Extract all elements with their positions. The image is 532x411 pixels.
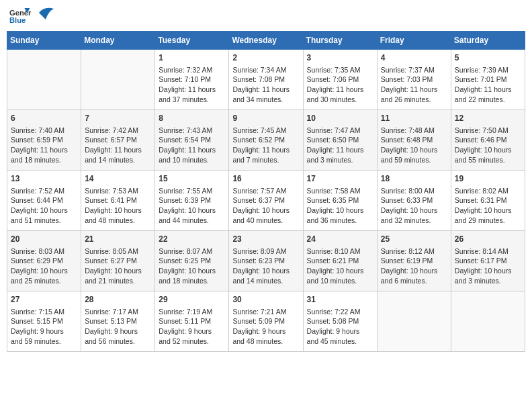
day-detail: Sunrise: 8:05 AM Sunset: 6:27 PM Dayligh… <box>85 246 151 286</box>
day-number: 29 <box>159 294 225 306</box>
day-detail: Sunrise: 7:21 AM Sunset: 5:09 PM Dayligh… <box>232 307 299 347</box>
day-detail: Sunrise: 8:02 AM Sunset: 6:31 PM Dayligh… <box>455 186 521 226</box>
day-detail: Sunrise: 7:52 AM Sunset: 6:44 PM Dayligh… <box>11 186 77 226</box>
day-detail: Sunrise: 7:43 AM Sunset: 6:54 PM Dayligh… <box>159 126 225 165</box>
calendar-day-cell: 9Sunrise: 7:45 AM Sunset: 6:52 PM Daylig… <box>229 110 303 171</box>
calendar-day-cell: 21Sunrise: 8:05 AM Sunset: 6:27 PM Dayli… <box>81 231 155 291</box>
calendar-day-cell: 22Sunrise: 8:07 AM Sunset: 6:25 PM Dayli… <box>155 231 229 291</box>
day-detail: Sunrise: 7:53 AM Sunset: 6:41 PM Dayligh… <box>85 186 151 226</box>
day-detail: Sunrise: 7:58 AM Sunset: 6:35 PM Dayligh… <box>307 186 373 226</box>
day-number: 3 <box>307 52 373 64</box>
day-of-week-header: Saturday <box>451 32 525 50</box>
calendar-day-cell: 25Sunrise: 8:12 AM Sunset: 6:19 PM Dayli… <box>377 231 451 291</box>
logo-wing-icon <box>39 6 54 19</box>
day-number: 24 <box>307 234 373 245</box>
calendar-day-cell: 19Sunrise: 8:02 AM Sunset: 6:31 PM Dayli… <box>451 171 525 231</box>
day-detail: Sunrise: 7:55 AM Sunset: 6:39 PM Dayligh… <box>159 186 225 226</box>
day-number: 10 <box>307 113 373 124</box>
calendar-day-cell: 30Sunrise: 7:21 AM Sunset: 5:09 PM Dayli… <box>229 291 303 352</box>
day-number: 25 <box>381 234 447 245</box>
logo-icon: General Blue <box>9 7 31 26</box>
day-number: 27 <box>11 294 77 306</box>
calendar-day-cell: 1Sunrise: 7:32 AM Sunset: 7:10 PM Daylig… <box>155 50 229 110</box>
day-number: 16 <box>232 173 299 185</box>
calendar-day-cell <box>7 50 81 110</box>
day-of-week-header: Wednesday <box>229 32 303 50</box>
calendar-day-cell: 27Sunrise: 7:15 AM Sunset: 5:15 PM Dayli… <box>7 291 81 352</box>
day-detail: Sunrise: 7:48 AM Sunset: 6:48 PM Dayligh… <box>381 126 447 165</box>
calendar-week-row: 27Sunrise: 7:15 AM Sunset: 5:15 PM Dayli… <box>7 291 525 352</box>
day-detail: Sunrise: 7:34 AM Sunset: 7:08 PM Dayligh… <box>232 65 299 105</box>
calendar-day-cell: 24Sunrise: 8:10 AM Sunset: 6:21 PM Dayli… <box>303 231 377 291</box>
day-detail: Sunrise: 7:35 AM Sunset: 7:06 PM Dayligh… <box>307 65 373 105</box>
logo: General Blue <box>9 7 54 26</box>
day-detail: Sunrise: 7:50 AM Sunset: 6:46 PM Dayligh… <box>455 126 521 165</box>
day-number: 7 <box>85 113 151 124</box>
day-detail: Sunrise: 8:09 AM Sunset: 6:23 PM Dayligh… <box>232 246 299 286</box>
calendar-week-row: 1Sunrise: 7:32 AM Sunset: 7:10 PM Daylig… <box>7 50 525 110</box>
day-number: 19 <box>455 173 521 185</box>
calendar-week-row: 6Sunrise: 7:40 AM Sunset: 6:59 PM Daylig… <box>7 110 525 171</box>
day-number: 17 <box>307 173 373 185</box>
day-detail: Sunrise: 7:42 AM Sunset: 6:57 PM Dayligh… <box>85 126 151 165</box>
calendar-day-cell: 16Sunrise: 7:57 AM Sunset: 6:37 PM Dayli… <box>229 171 303 231</box>
day-number: 22 <box>159 234 225 245</box>
day-detail: Sunrise: 8:00 AM Sunset: 6:33 PM Dayligh… <box>381 186 447 226</box>
calendar-day-cell: 23Sunrise: 8:09 AM Sunset: 6:23 PM Dayli… <box>229 231 303 291</box>
day-number: 20 <box>11 234 77 245</box>
svg-text:Blue: Blue <box>9 16 26 24</box>
calendar-day-cell: 31Sunrise: 7:22 AM Sunset: 5:08 PM Dayli… <box>303 291 377 352</box>
calendar-table: SundayMondayTuesdayWednesdayThursdayFrid… <box>7 31 525 352</box>
calendar-day-cell: 17Sunrise: 7:58 AM Sunset: 6:35 PM Dayli… <box>303 171 377 231</box>
calendar-day-cell: 3Sunrise: 7:35 AM Sunset: 7:06 PM Daylig… <box>303 50 377 110</box>
day-number: 26 <box>455 234 521 245</box>
calendar-day-cell: 20Sunrise: 8:03 AM Sunset: 6:29 PM Dayli… <box>7 231 81 291</box>
day-detail: Sunrise: 8:10 AM Sunset: 6:21 PM Dayligh… <box>307 246 373 286</box>
day-number: 23 <box>232 234 299 245</box>
day-number: 21 <box>85 234 151 245</box>
day-of-week-header: Sunday <box>7 32 81 50</box>
calendar-day-cell <box>81 50 155 110</box>
day-detail: Sunrise: 8:14 AM Sunset: 6:17 PM Dayligh… <box>455 246 521 286</box>
calendar-day-cell: 6Sunrise: 7:40 AM Sunset: 6:59 PM Daylig… <box>7 110 81 171</box>
day-number: 6 <box>11 113 77 124</box>
day-detail: Sunrise: 8:03 AM Sunset: 6:29 PM Dayligh… <box>11 246 77 286</box>
day-number: 2 <box>232 52 299 64</box>
day-detail: Sunrise: 7:19 AM Sunset: 5:11 PM Dayligh… <box>159 307 225 347</box>
day-detail: Sunrise: 7:40 AM Sunset: 6:59 PM Dayligh… <box>11 126 77 165</box>
calendar-day-cell: 5Sunrise: 7:39 AM Sunset: 7:01 PM Daylig… <box>451 50 525 110</box>
calendar-day-cell: 4Sunrise: 7:37 AM Sunset: 7:03 PM Daylig… <box>377 50 451 110</box>
calendar-day-cell <box>377 291 451 352</box>
day-number: 28 <box>85 294 151 306</box>
day-detail: Sunrise: 7:22 AM Sunset: 5:08 PM Dayligh… <box>307 307 373 347</box>
day-number: 31 <box>307 294 373 306</box>
day-number: 1 <box>159 52 225 64</box>
day-number: 13 <box>11 173 77 185</box>
calendar-day-cell: 11Sunrise: 7:48 AM Sunset: 6:48 PM Dayli… <box>377 110 451 171</box>
day-number: 14 <box>85 173 151 185</box>
day-number: 12 <box>455 113 521 124</box>
day-detail: Sunrise: 7:15 AM Sunset: 5:15 PM Dayligh… <box>11 307 77 347</box>
day-number: 15 <box>159 173 225 185</box>
day-of-week-header: Thursday <box>303 32 377 50</box>
calendar-day-cell: 14Sunrise: 7:53 AM Sunset: 6:41 PM Dayli… <box>81 171 155 231</box>
calendar-day-cell: 18Sunrise: 8:00 AM Sunset: 6:33 PM Dayli… <box>377 171 451 231</box>
calendar-week-row: 13Sunrise: 7:52 AM Sunset: 6:44 PM Dayli… <box>7 171 525 231</box>
calendar-day-cell: 8Sunrise: 7:43 AM Sunset: 6:54 PM Daylig… <box>155 110 229 171</box>
calendar-header-row: SundayMondayTuesdayWednesdayThursdayFrid… <box>7 32 525 50</box>
day-detail: Sunrise: 7:17 AM Sunset: 5:13 PM Dayligh… <box>85 307 151 347</box>
calendar-day-cell: 26Sunrise: 8:14 AM Sunset: 6:17 PM Dayli… <box>451 231 525 291</box>
day-number: 9 <box>232 113 299 124</box>
day-detail: Sunrise: 8:12 AM Sunset: 6:19 PM Dayligh… <box>381 246 447 286</box>
day-of-week-header: Monday <box>81 32 155 50</box>
day-of-week-header: Friday <box>377 32 451 50</box>
calendar-day-cell: 7Sunrise: 7:42 AM Sunset: 6:57 PM Daylig… <box>81 110 155 171</box>
day-detail: Sunrise: 7:45 AM Sunset: 6:52 PM Dayligh… <box>232 126 299 165</box>
calendar-day-cell: 2Sunrise: 7:34 AM Sunset: 7:08 PM Daylig… <box>229 50 303 110</box>
calendar-week-row: 20Sunrise: 8:03 AM Sunset: 6:29 PM Dayli… <box>7 231 525 291</box>
day-number: 5 <box>455 52 521 64</box>
day-number: 11 <box>381 113 447 124</box>
day-detail: Sunrise: 7:57 AM Sunset: 6:37 PM Dayligh… <box>232 186 299 226</box>
day-of-week-header: Tuesday <box>155 32 229 50</box>
day-detail: Sunrise: 7:37 AM Sunset: 7:03 PM Dayligh… <box>381 65 447 105</box>
